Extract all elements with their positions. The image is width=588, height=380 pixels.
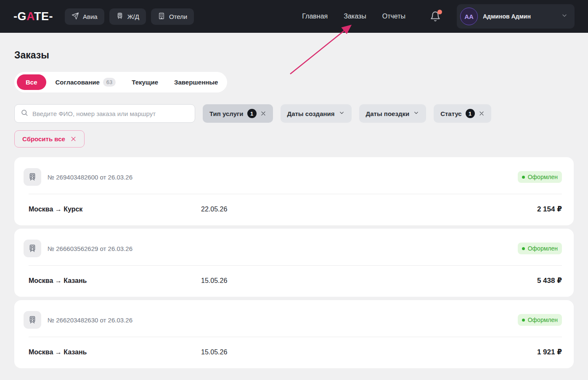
status-label: Оформлен (528, 174, 558, 180)
order-card[interactable]: № 266203482630 от 26.03.26 Оформлен Моск… (14, 300, 574, 368)
top-navbar: -GATE- Авиа Ж/Д Отели Главная Заказы Отч… (0, 0, 588, 33)
chip-label: Тип услуги (209, 110, 244, 117)
search-icon (21, 109, 28, 118)
chip-count-badge: 1 (466, 109, 475, 118)
hotel-icon (158, 12, 165, 21)
nav-link-home[interactable]: Главная (302, 13, 328, 20)
chevron-down-icon (561, 12, 568, 21)
order-card[interactable]: № 266603562629 от 26.03.26 Оформлен Моск… (14, 229, 574, 297)
filter-row: Тип услуги 1 Даты создания Даты поездки … (14, 104, 574, 123)
close-icon (70, 136, 77, 142)
product-button-hotels[interactable]: Отели (151, 8, 194, 25)
chip-count-badge: 1 (247, 109, 257, 118)
orders-page: Заказы Все Согласование 63 Текущие Завер… (0, 50, 588, 368)
order-card[interactable]: № 269403482600 от 26.03.26 Оформлен Моск… (14, 157, 574, 225)
order-price: 1 921 ₽ (537, 348, 562, 356)
order-date: 15.05.26 (201, 277, 537, 285)
order-price: 5 438 ₽ (537, 276, 562, 285)
gate-logo[interactable]: -GATE- (13, 10, 53, 23)
status-dot (522, 319, 525, 322)
status-label: Оформлен (528, 245, 558, 252)
product-label: Ж/Д (127, 13, 139, 20)
status-badge: Оформлен (518, 314, 562, 326)
search-input[interactable] (32, 110, 189, 117)
chevron-down-icon (339, 110, 345, 117)
status-badge: Оформлен (518, 171, 562, 183)
user-menu[interactable]: AA Админов Админ (457, 4, 575, 29)
filter-chip-trip-dates[interactable]: Даты поездки (359, 104, 426, 123)
product-label: Авиа (83, 13, 98, 20)
search-box (14, 104, 195, 123)
reset-filters-button[interactable]: Сбросить все (14, 130, 85, 148)
order-number: № 266203482630 от 26.03.26 (48, 317, 132, 324)
status-badge: Оформлен (518, 243, 562, 254)
nav-link-orders[interactable]: Заказы (344, 13, 366, 20)
tab-all[interactable]: Все (17, 74, 46, 90)
main-nav: Главная Заказы Отчеты (302, 13, 405, 20)
tab-label: Согласование (56, 79, 100, 86)
nav-link-reports[interactable]: Отчеты (382, 13, 405, 20)
train-icon (24, 240, 41, 257)
train-icon (24, 168, 41, 186)
product-button-avia[interactable]: Авиа (65, 8, 104, 25)
tab-count-badge: 63 (103, 78, 116, 87)
close-icon[interactable] (479, 111, 485, 116)
close-icon[interactable] (260, 111, 266, 116)
status-dot (522, 247, 525, 250)
chip-label: Даты создания (287, 110, 335, 117)
notification-dot (437, 10, 442, 14)
product-label: Отели (169, 13, 187, 20)
order-route: Москва → Казань (29, 277, 201, 285)
order-number: № 266603562629 от 26.03.26 (48, 245, 132, 252)
page-title: Заказы (14, 50, 574, 61)
order-route: Москва → Курск (29, 206, 201, 213)
chevron-down-icon (413, 110, 419, 117)
order-number: № 269403482600 от 26.03.26 (48, 174, 132, 181)
train-icon (116, 12, 124, 21)
tab-completed[interactable]: Завершенные (167, 74, 225, 90)
notifications-bell-icon[interactable] (430, 11, 441, 22)
tab-current[interactable]: Текущие (125, 74, 165, 90)
orders-list: № 269403482600 от 26.03.26 Оформлен Моск… (14, 157, 574, 368)
tab-approval[interactable]: Согласование 63 (49, 74, 123, 91)
filter-chip-status[interactable]: Статус 1 (434, 104, 491, 123)
chip-label: Даты поездки (366, 110, 410, 117)
avatar: AA (460, 8, 478, 25)
train-icon (24, 311, 41, 329)
user-name: Админов Админ (483, 13, 531, 20)
order-date: 15.05.26 (201, 348, 537, 356)
divider (29, 265, 562, 266)
order-date: 22.05.26 (201, 206, 537, 213)
chip-label: Статус (440, 110, 462, 117)
divider (29, 194, 562, 194)
filter-chip-creation-dates[interactable]: Даты создания (281, 104, 352, 123)
orders-tab-bar: Все Согласование 63 Текущие Завершенные (14, 72, 227, 92)
filter-chip-service-type[interactable]: Тип услуги 1 (203, 104, 273, 123)
plane-icon (72, 12, 79, 21)
divider (29, 337, 562, 337)
product-button-rail[interactable]: Ж/Д (109, 8, 146, 25)
order-price: 2 154 ₽ (537, 205, 562, 214)
status-label: Оформлен (528, 317, 558, 323)
reset-label: Сбросить все (22, 135, 65, 142)
status-dot (522, 176, 525, 179)
order-route: Москва → Казань (29, 348, 201, 356)
